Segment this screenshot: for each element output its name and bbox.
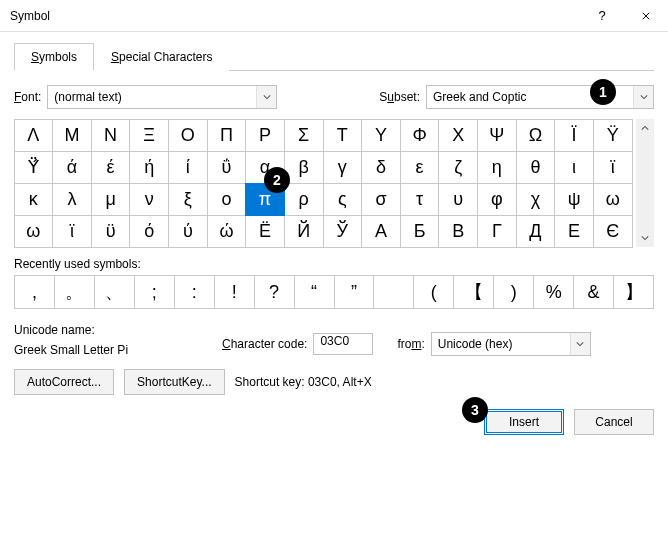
symbol-cell[interactable]: Ϋ́ [14,151,54,184]
tab-special-characters[interactable]: Special Characters [94,43,229,71]
symbol-cell[interactable]: κ [14,183,54,216]
symbol-cell[interactable]: δ [361,151,401,184]
font-combo[interactable]: (normal text) [47,85,277,109]
symbol-cell[interactable]: Є [593,215,633,248]
recent-cell[interactable]: ! [215,276,255,308]
from-combo[interactable]: Unicode (hex) [431,332,591,356]
symbol-cell[interactable]: λ [52,183,92,216]
symbol-cell[interactable]: έ [91,151,131,184]
symbol-cell[interactable]: Ω [516,119,556,152]
chevron-down-icon[interactable] [633,86,653,108]
symbol-cell[interactable]: ϊ [52,215,92,248]
symbol-cell[interactable]: Σ [284,119,324,152]
scrollbar[interactable] [636,119,654,247]
symbol-cell[interactable]: χ [516,183,556,216]
shortcut-key-button[interactable]: Shortcut Key... [124,369,225,395]
recent-cell[interactable]: “ [295,276,335,308]
symbol-cell[interactable]: Τ [323,119,363,152]
symbol-cell[interactable]: ϊ [593,151,633,184]
symbol-cell[interactable]: ΰ [207,151,247,184]
symbol-cell[interactable]: Й [284,215,324,248]
symbol-cell[interactable]: ξ [168,183,208,216]
subset-combo[interactable]: Greek and Coptic [426,85,654,109]
callout-badge-1: 1 [590,79,616,105]
insert-button[interactable]: Insert [484,409,564,435]
symbol-cell[interactable]: Ё [245,215,285,248]
symbol-cell[interactable]: ε [400,151,440,184]
symbol-cell[interactable]: ν [129,183,169,216]
symbol-cell[interactable]: Б [400,215,440,248]
symbol-cell[interactable]: Ψ [477,119,517,152]
symbol-cell[interactable]: φ [477,183,517,216]
symbol-cell[interactable]: Λ [14,119,54,152]
symbol-cell[interactable]: τ [400,183,440,216]
symbol-cell[interactable]: Υ [361,119,401,152]
symbol-cell[interactable]: А [361,215,401,248]
symbol-cell[interactable]: ω [14,215,54,248]
symbol-cell[interactable]: η [477,151,517,184]
scroll-track[interactable] [636,137,654,229]
recent-cell[interactable] [374,276,414,308]
symbol-cell[interactable]: Ρ [245,119,285,152]
symbol-cell[interactable]: ψ [554,183,594,216]
symbol-cell[interactable]: Ϊ [554,119,594,152]
recent-cell[interactable]: ( [414,276,454,308]
recent-cell[interactable]: 。 [55,276,95,308]
symbol-cell[interactable]: ς [323,183,363,216]
autocorrect-button[interactable]: AutoCorrect... [14,369,114,395]
symbol-cell[interactable]: ά [52,151,92,184]
recent-cell[interactable]: 】 [614,276,653,308]
symbol-cell[interactable]: ή [129,151,169,184]
symbol-cell[interactable]: Е [554,215,594,248]
symbol-cell[interactable]: Ў [323,215,363,248]
subset-label: Subset: [379,90,420,104]
symbol-cell[interactable]: ύ [168,215,208,248]
chevron-down-icon[interactable] [256,86,276,108]
symbol-cell[interactable]: Д [516,215,556,248]
symbol-cell[interactable]: Π [207,119,247,152]
recent-cell[interactable]: & [574,276,614,308]
font-value: (normal text) [48,90,256,104]
symbol-cell[interactable]: Ο [168,119,208,152]
symbol-cell[interactable]: ό [129,215,169,248]
recent-cell[interactable]: 【 [454,276,494,308]
symbol-cell[interactable]: Μ [52,119,92,152]
symbol-cell[interactable]: Ν [91,119,131,152]
symbol-cell[interactable]: σ [361,183,401,216]
symbol-cell[interactable]: ρ [284,183,324,216]
recent-cell[interactable]: % [534,276,574,308]
recent-cell[interactable]: ? [255,276,295,308]
recent-cell[interactable]: , [15,276,55,308]
symbol-cell[interactable]: Χ [438,119,478,152]
scroll-down-icon[interactable] [636,229,654,247]
recent-cell[interactable]: 、 [95,276,135,308]
tab-symbols[interactable]: Symbols [14,43,94,71]
symbol-cell[interactable]: γ [323,151,363,184]
recent-label: Recently used symbols: [14,257,654,271]
symbol-cell[interactable]: μ [91,183,131,216]
charcode-input[interactable]: 03C0 [313,333,373,355]
recent-cell[interactable]: ” [335,276,375,308]
symbol-cell[interactable]: ι [554,151,594,184]
symbol-cell[interactable]: θ [516,151,556,184]
symbol-cell[interactable]: ο [207,183,247,216]
help-button[interactable]: ? [580,0,624,32]
recent-cell[interactable]: ; [135,276,175,308]
chevron-down-icon[interactable] [570,333,590,355]
symbol-cell[interactable]: Г [477,215,517,248]
close-button[interactable] [624,0,668,32]
recent-cell[interactable]: : [175,276,215,308]
symbol-cell[interactable]: υ [438,183,478,216]
symbol-cell[interactable]: Ϋ [593,119,633,152]
symbol-cell[interactable]: ϋ [91,215,131,248]
symbol-cell[interactable]: Ξ [129,119,169,152]
symbol-cell[interactable]: Φ [400,119,440,152]
symbol-cell[interactable]: ί [168,151,208,184]
symbol-cell[interactable]: ώ [207,215,247,248]
recent-cell[interactable]: ) [494,276,534,308]
symbol-cell[interactable]: ζ [438,151,478,184]
symbol-cell[interactable]: ω [593,183,633,216]
scroll-up-icon[interactable] [636,119,654,137]
cancel-button[interactable]: Cancel [574,409,654,435]
symbol-cell[interactable]: В [438,215,478,248]
